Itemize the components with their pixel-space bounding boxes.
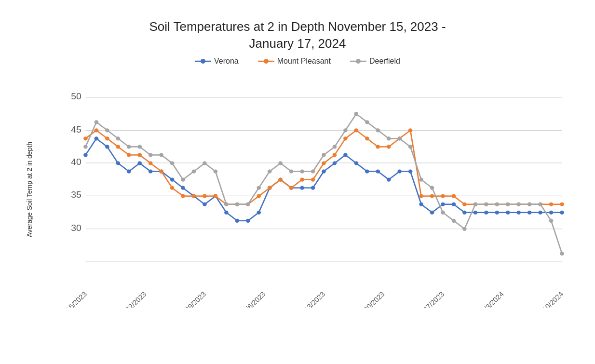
svg-point-284 [473, 202, 478, 206]
legend-line-verona [195, 58, 211, 65]
svg-point-5 [356, 59, 361, 64]
svg-text:50: 50 [71, 91, 81, 101]
svg-point-288 [516, 202, 521, 206]
svg-line-29 [118, 163, 129, 171]
svg-line-30 [129, 163, 139, 171]
svg-point-109 [506, 210, 510, 214]
svg-point-268 [300, 169, 304, 173]
svg-point-184 [354, 128, 359, 132]
svg-point-101 [419, 202, 423, 206]
mount-pleasant-series [83, 128, 564, 206]
svg-text:1/3/2024: 1/3/2024 [480, 290, 505, 308]
svg-point-182 [333, 153, 337, 157]
svg-point-107 [484, 210, 488, 214]
svg-point-277 [397, 136, 402, 140]
svg-point-113 [549, 210, 554, 214]
svg-text:12/20/2023: 12/20/2023 [355, 290, 386, 308]
svg-point-272 [343, 128, 348, 132]
svg-point-265 [268, 169, 272, 173]
svg-point-263 [246, 202, 250, 206]
svg-point-187 [387, 145, 391, 148]
svg-point-179 [300, 177, 304, 181]
svg-line-50 [345, 155, 356, 163]
svg-point-258 [192, 169, 196, 173]
svg-line-205 [96, 122, 107, 130]
svg-point-259 [203, 161, 207, 165]
svg-line-49 [335, 155, 345, 163]
svg-line-54 [389, 171, 399, 179]
chart-legend: Verona Mount Pleasant Deerfield [23, 57, 572, 66]
svg-point-255 [159, 153, 163, 157]
svg-point-167 [170, 186, 175, 189]
svg-point-159 [83, 136, 88, 140]
svg-point-103 [441, 202, 445, 206]
svg-line-132 [270, 179, 280, 188]
svg-point-177 [278, 177, 283, 181]
svg-line-123 [172, 188, 183, 196]
svg-point-162 [116, 145, 121, 148]
svg-text:45: 45 [71, 124, 81, 134]
svg-point-281 [441, 210, 445, 214]
svg-point-112 [538, 210, 542, 214]
svg-line-213 [183, 171, 194, 179]
main-chart-svg: 50 45 40 35 30 11/15/2023 11/22/2023 11/… [54, 71, 572, 308]
svg-point-190 [419, 194, 423, 198]
svg-line-149 [454, 196, 464, 204]
svg-line-60 [454, 204, 464, 212]
svg-line-239 [464, 204, 475, 229]
svg-point-94 [343, 153, 348, 157]
svg-point-86 [257, 210, 261, 214]
svg-point-254 [149, 153, 153, 157]
svg-point-274 [365, 120, 369, 124]
svg-point-100 [408, 169, 413, 173]
svg-point-104 [452, 202, 456, 206]
svg-point-180 [311, 177, 315, 181]
svg-line-233 [400, 138, 410, 147]
svg-point-257 [181, 177, 185, 181]
svg-line-140 [356, 130, 367, 138]
svg-point-285 [484, 202, 488, 206]
svg-point-189 [408, 128, 413, 132]
svg-point-168 [181, 194, 185, 198]
svg-point-185 [365, 136, 369, 140]
svg-text:1/10/2024: 1/10/2024 [537, 290, 565, 308]
svg-point-262 [235, 202, 240, 206]
svg-line-27 [96, 138, 107, 147]
svg-line-215 [204, 163, 215, 171]
chart-body: Average Soil Temp at 2 in depth 50 [23, 71, 572, 308]
svg-point-261 [224, 202, 229, 206]
svg-point-98 [387, 177, 391, 181]
svg-line-230 [367, 122, 378, 130]
svg-point-92 [322, 169, 326, 173]
svg-point-192 [441, 194, 445, 198]
svg-point-175 [257, 194, 261, 198]
svg-point-95 [354, 161, 359, 165]
svg-text:12/27/2023: 12/27/2023 [415, 290, 446, 308]
svg-point-202 [549, 202, 554, 206]
svg-line-226 [324, 147, 334, 155]
svg-line-206 [107, 130, 118, 138]
svg-point-267 [289, 169, 294, 173]
svg-point-266 [278, 161, 283, 165]
svg-point-83 [224, 210, 229, 214]
svg-line-204 [85, 122, 96, 147]
svg-point-84 [235, 218, 240, 222]
svg-line-211 [162, 155, 172, 163]
svg-line-39 [226, 212, 237, 220]
svg-point-105 [462, 210, 467, 214]
svg-point-96 [365, 169, 369, 173]
svg-chart-wrapper: 50 45 40 35 30 11/15/2023 11/22/2023 11/… [54, 71, 572, 308]
svg-text:11/15/2023: 11/15/2023 [57, 290, 89, 308]
svg-point-160 [95, 128, 99, 132]
svg-point-203 [560, 202, 564, 206]
svg-line-57 [421, 204, 432, 212]
svg-point-248 [83, 145, 88, 148]
svg-line-48 [324, 163, 334, 171]
svg-line-221 [270, 163, 280, 171]
svg-line-28 [107, 147, 118, 163]
svg-point-85 [246, 218, 250, 222]
svg-point-72 [105, 145, 109, 148]
svg-line-116 [96, 130, 107, 138]
svg-point-114 [560, 210, 564, 214]
svg-point-1 [201, 59, 205, 64]
